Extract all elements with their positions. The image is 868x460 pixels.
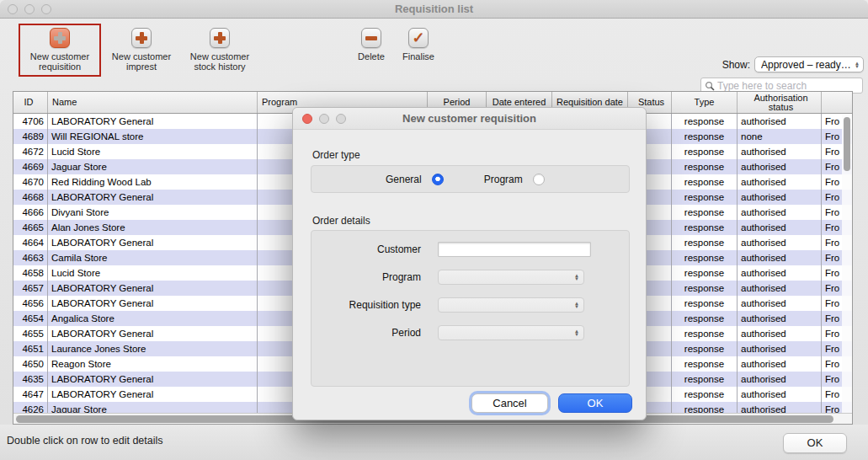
cell-type: response: [672, 220, 738, 235]
cell-type: response: [672, 205, 738, 220]
order-type-label: Order type: [312, 149, 360, 161]
cell-auth: authorised: [738, 372, 822, 387]
cell-id: 4669: [13, 159, 48, 174]
chevron-up-down-icon: ▲▼: [574, 302, 579, 308]
cell-id: 4651: [13, 341, 48, 356]
cell-auth: authorised: [738, 205, 822, 220]
cell-auth: authorised: [738, 281, 822, 296]
cell-name: LABORATORY General: [48, 281, 258, 296]
cell-auth: authorised: [738, 265, 822, 281]
cell-name: Lucid Store: [48, 265, 258, 281]
cell-auth: authorised: [738, 174, 822, 190]
cell-name: Will REGIONAL store: [48, 129, 258, 144]
cell-id: 4665: [13, 220, 48, 235]
cell-id: 4655: [13, 326, 48, 341]
cell-type: response: [672, 144, 738, 159]
cell-type: response: [672, 387, 738, 402]
dialog-cancel-button[interactable]: Cancel: [471, 393, 548, 413]
column-header-name[interactable]: Name: [48, 92, 258, 113]
cell-auth: authorised: [738, 387, 822, 402]
requisition-type-dropdown[interactable]: ▲▼: [438, 297, 584, 313]
cell-auth: authorised: [738, 114, 822, 129]
search-input[interactable]: [717, 80, 859, 92]
column-header-extra[interactable]: [822, 92, 852, 113]
finalise-button[interactable]: ✓ Finalise: [396, 28, 441, 62]
cell-id: 4658: [13, 265, 48, 281]
cell-type: response: [672, 326, 738, 341]
cell-type: response: [672, 372, 738, 387]
cell-name: LABORATORY General: [48, 235, 258, 250]
window-ok-button[interactable]: OK: [783, 433, 847, 453]
new-stock-history-label: New customer stock history: [182, 51, 258, 72]
cell-type: response: [672, 114, 738, 129]
cell-name: LABORATORY General: [48, 372, 258, 387]
cell-name: Camila Store: [48, 250, 258, 265]
cell-name: LABORATORY General: [48, 114, 258, 129]
column-header-type[interactable]: Type: [672, 92, 738, 113]
cell-auth: authorised: [738, 144, 822, 159]
cell-name: Jaguar Store: [48, 159, 258, 174]
cell-type: response: [672, 235, 738, 250]
program-radio-button[interactable]: [533, 174, 545, 185]
vertical-scrollbar-thumb[interactable]: [844, 117, 850, 171]
customer-input[interactable]: [438, 242, 591, 257]
show-filter-dropdown[interactable]: Approved – ready to pro… ▲▼: [754, 56, 864, 72]
chevron-up-down-icon: ▲▼: [855, 62, 860, 68]
cell-type: response: [672, 129, 738, 144]
dialog-titlebar: New customer requisition: [293, 108, 646, 130]
cell-type: response: [672, 296, 738, 311]
cell-auth: authorised: [738, 341, 822, 356]
cell-id: 4635: [13, 372, 48, 387]
dialog-close-icon[interactable]: [302, 114, 312, 124]
column-header-authorisation-status[interactable]: Authorisation status: [738, 92, 822, 113]
program-dropdown[interactable]: ▲▼: [438, 270, 584, 285]
program-field-label: Program: [312, 271, 421, 283]
program-radio-group[interactable]: Program: [484, 174, 545, 185]
new-stock-history-icon: [210, 28, 230, 48]
general-radio-label: General: [386, 174, 422, 185]
cell-id: 4657: [13, 281, 48, 296]
cell-auth: authorised: [738, 159, 822, 174]
column-header-id[interactable]: ID: [13, 92, 48, 113]
cell-id: 4666: [13, 205, 48, 220]
general-radio-group[interactable]: General: [386, 174, 444, 185]
cell-id: 4668: [13, 190, 48, 205]
cell-auth: authorised: [738, 296, 822, 311]
dialog-minimize-icon[interactable]: [319, 114, 329, 124]
cell-name: LABORATORY General: [48, 326, 258, 341]
chevron-up-down-icon: ▲▼: [574, 274, 579, 281]
finalise-check-icon: ✓: [408, 28, 429, 48]
dialog-zoom-icon[interactable]: [336, 114, 346, 124]
new-customer-requisition-button[interactable]: New customer requisition: [19, 24, 101, 77]
zoom-window-icon[interactable]: [41, 4, 51, 14]
requisition-list-window: Requisition list New customer requisitio…: [0, 0, 868, 460]
show-filter-value: Approved – ready to pro…: [761, 59, 852, 71]
cell-id: 4689: [13, 129, 48, 144]
customer-field-label: Customer: [312, 243, 421, 255]
cell-auth: authorised: [738, 220, 822, 235]
cell-name: Divyani Store: [48, 205, 258, 220]
cell-auth: authorised: [738, 235, 822, 250]
cell-name: LABORATORY General: [48, 296, 258, 311]
cell-name: Red Ridding Wood Lab: [48, 174, 258, 190]
cell-type: response: [672, 311, 738, 326]
window-title: Requisition list: [0, 0, 868, 18]
minimize-window-icon[interactable]: [24, 4, 35, 14]
delete-button[interactable]: Delete: [349, 28, 393, 62]
cell-auth: authorised: [738, 326, 822, 341]
period-dropdown[interactable]: ▲▼: [438, 325, 584, 340]
new-customer-stock-history-button[interactable]: New customer stock history: [182, 28, 258, 72]
cell-name: Alan Jones Store: [48, 220, 258, 235]
new-requisition-icon: [50, 28, 70, 48]
new-customer-imprest-button[interactable]: New customer imprest: [108, 28, 175, 72]
chevron-up-down-icon: ▲▼: [574, 329, 579, 336]
dialog-ok-button[interactable]: OK: [558, 393, 632, 413]
cell-type: response: [672, 190, 738, 205]
delete-label: Delete: [358, 51, 385, 62]
cell-auth: authorised: [738, 250, 822, 265]
cell-id: 4672: [13, 144, 48, 159]
close-window-icon[interactable]: [8, 4, 18, 14]
general-radio-button[interactable]: [432, 174, 444, 185]
cell-id: 4647: [13, 387, 48, 402]
cell-type: response: [672, 356, 738, 372]
